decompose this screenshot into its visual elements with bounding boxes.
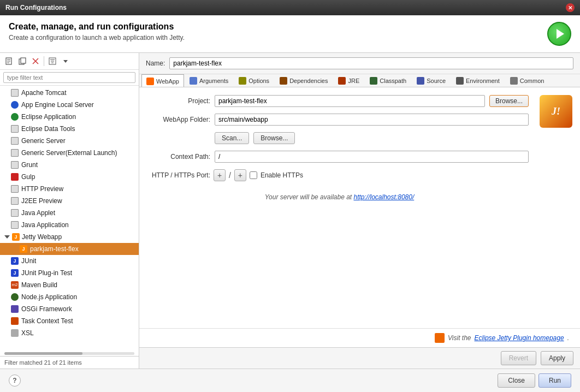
footer-notice-text: Visit the [448, 334, 471, 342]
item-label: App Engine Local Server [21, 101, 94, 109]
item-label: Jetty Webapp [22, 233, 62, 241]
list-item[interactable]: J JUnit Plug-in Test [0, 267, 139, 279]
dropdown-button[interactable] [60, 55, 72, 67]
tab-common[interactable]: Common [505, 74, 549, 87]
server-link[interactable]: http://localhost:8080/ [354, 193, 415, 201]
item-label: JUnit [21, 257, 36, 265]
filter-status: Filter matched 21 of 21 items [4, 359, 82, 366]
name-input[interactable] [169, 57, 573, 69]
scan-button[interactable]: Scan... [215, 132, 249, 144]
port-row: HTTP / HTTPs Port: + / + Enable HTTPs [150, 169, 529, 181]
jetty-homepage-link[interactable]: Eclipse Jetty Plugin homepage [475, 334, 564, 342]
item-label: Generic Server(External Launch) [21, 149, 117, 157]
https-port-button[interactable]: + [234, 169, 246, 181]
maven-icon: m2 [11, 281, 19, 289]
java-app-icon [11, 221, 19, 229]
context-path-label: Context Path: [150, 153, 210, 161]
toolbar-separator [44, 56, 44, 66]
item-label: Gulp [21, 173, 35, 181]
left-toolbar [0, 53, 139, 70]
jetty-logo-text: J! [552, 106, 560, 117]
args-tab-icon [190, 77, 197, 85]
project-input[interactable] [215, 95, 485, 107]
http-port-button[interactable]: + [214, 169, 226, 181]
tab-arguments[interactable]: Arguments [185, 74, 233, 87]
xsl-icon [11, 329, 19, 337]
project-label: Project: [150, 97, 210, 105]
item-label: J2EE Preview [21, 197, 62, 205]
context-path-input[interactable] [215, 151, 529, 163]
list-item[interactable]: Gulp [0, 171, 139, 183]
revert-button[interactable]: Revert [501, 351, 536, 365]
list-item[interactable]: OSGi Framework [0, 303, 139, 315]
jetty-logo: J! [540, 95, 572, 128]
filter-button[interactable] [46, 55, 58, 67]
scroll-thumb [4, 352, 82, 355]
scan-browse-row: Scan... Browse... [215, 132, 529, 144]
dialog-heading: Create, manage, and run configurations [9, 22, 185, 32]
list-item[interactable]: HTTP Preview [0, 183, 139, 195]
context-path-row: Context Path: [150, 151, 529, 163]
list-item[interactable]: Task Context Test [0, 315, 139, 327]
list-item[interactable]: J Jetty Webapp [0, 231, 139, 243]
server-notice-text: Your server will be availabe at [265, 193, 354, 201]
list-item[interactable]: App Engine Local Server [0, 99, 139, 111]
enable-https-checkbox[interactable] [250, 171, 257, 179]
list-item[interactable]: Eclipse Application [0, 111, 139, 123]
left-panel: Apache Tomcat App Engine Local Server Ec… [0, 53, 139, 369]
tab-classpath[interactable]: Classpath [365, 74, 411, 87]
list-item[interactable]: Eclipse Data Tools [0, 123, 139, 135]
browse-project-button[interactable]: Browse... [489, 95, 529, 107]
list-item[interactable]: Java Application [0, 219, 139, 231]
tab-webapp[interactable]: WebApp [141, 74, 184, 87]
webapp-main: Project: Browse... WebApp Folder: Scan..… [139, 87, 540, 328]
item-label: Generic Server [21, 137, 66, 145]
list-item[interactable]: Generic Server(External Launch) [0, 147, 139, 159]
list-item[interactable]: Grunt [0, 159, 139, 171]
apply-button[interactable]: Apply [541, 351, 573, 365]
osgi-icon [11, 305, 19, 313]
close-icon[interactable]: ✕ [566, 3, 575, 12]
list-item[interactable]: m2 Maven Build [0, 279, 139, 291]
list-item[interactable]: Java Applet [0, 207, 139, 219]
task-icon [11, 317, 19, 325]
item-label: Eclipse Application [21, 113, 76, 121]
project-row: Project: Browse... [150, 95, 529, 107]
tab-source[interactable]: Source [412, 74, 451, 87]
node-icon [11, 293, 19, 301]
filter-input-wrap [0, 70, 139, 86]
filter-input[interactable] [3, 72, 135, 83]
http-icon [11, 185, 19, 193]
tab-options[interactable]: Options [234, 74, 274, 87]
webapp-folder-input[interactable] [215, 114, 529, 126]
run-icon[interactable] [547, 22, 571, 46]
list-item[interactable]: Generic Server [0, 135, 139, 147]
jetty-config-icon: J [20, 245, 27, 253]
tab-environment[interactable]: Environment [451, 74, 505, 87]
list-item-selected[interactable]: J parkjam-test-flex [0, 243, 139, 255]
jetty-logo-area: J! [540, 87, 580, 328]
close-dialog-button[interactable]: Close [498, 373, 535, 388]
browse-webapp-button[interactable]: Browse... [253, 132, 295, 144]
j2ee-icon [11, 197, 19, 205]
tree-list: Apache Tomcat App Engine Local Server Ec… [0, 86, 139, 351]
list-item[interactable]: XSL [0, 327, 139, 339]
copy-config-button[interactable] [16, 55, 28, 67]
tab-jre[interactable]: JRE [333, 74, 364, 87]
list-item[interactable]: Apache Tomcat [0, 87, 139, 99]
item-label: Eclipse Data Tools [21, 125, 75, 133]
run-button[interactable]: Run [538, 373, 571, 388]
tab-dependencies[interactable]: Dependencies [275, 74, 333, 87]
help-button[interactable]: ? [9, 375, 21, 387]
list-item[interactable]: J JUnit [0, 255, 139, 267]
list-item[interactable]: Node.js Application [0, 291, 139, 303]
item-label: XSL [21, 329, 34, 337]
dialog-footer: ? Close Run [0, 369, 580, 392]
delete-config-button[interactable] [29, 55, 42, 67]
new-config-button[interactable] [3, 55, 15, 67]
list-item[interactable]: J2EE Preview [0, 195, 139, 207]
gulp-icon [11, 173, 19, 181]
item-label: Java Application [21, 221, 69, 229]
item-label: parkjam-test-flex [30, 245, 79, 253]
title-bar: Run Configurations ✕ [0, 0, 580, 15]
